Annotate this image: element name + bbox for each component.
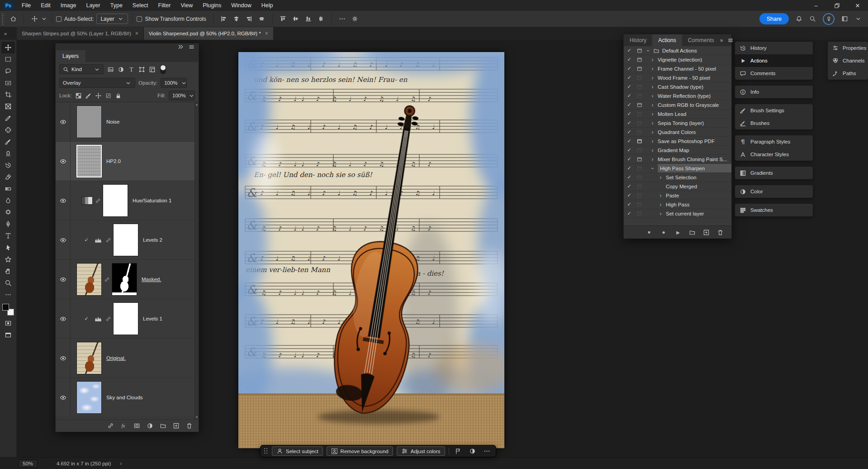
action-dialog-toggle[interactable] [635, 139, 645, 144]
layer-visibility-toggle[interactable] [56, 260, 71, 299]
new-adjustment-layer-icon[interactable] [147, 422, 153, 429]
filter-kind-dropdown[interactable]: Kind [59, 64, 104, 74]
action-label[interactable]: Sepia Toning (layer) [658, 120, 704, 126]
tab-history[interactable]: History [624, 34, 652, 46]
action-checkmark[interactable]: ✓ [624, 84, 635, 90]
action-dialog-toggle[interactable] [635, 57, 645, 62]
dock-item-channels[interactable]: Channels [828, 54, 868, 67]
action-row-12[interactable]: ✓›Mixer Brush Cloning Paint S... [624, 155, 731, 164]
new-action-set-icon[interactable] [689, 229, 696, 236]
action-dialog-toggle[interactable] [635, 84, 645, 90]
dock-item-paths[interactable]: Paths [828, 67, 868, 80]
layer-mask-thumbnail[interactable] [113, 224, 138, 256]
action-row-11[interactable]: ✓›Gradient Map [624, 146, 731, 155]
quick-mask-button[interactable] [1, 317, 15, 329]
layer-row-levels-2[interactable]: Levels 2 [56, 220, 199, 260]
layer-name[interactable]: Sky and Clouds [106, 395, 143, 400]
dock-item-properties[interactable]: Properties [828, 42, 868, 54]
action-label[interactable]: High Pass Sharpen [660, 166, 705, 171]
edit-toolbar-button[interactable] [1, 289, 15, 301]
filter-smart-objects-icon[interactable] [149, 66, 156, 73]
action-row-2[interactable]: ✓›Frame Channel - 50 pixel [624, 64, 731, 73]
layer-mask-thumbnail[interactable] [112, 263, 137, 296]
filter-type-layers-icon[interactable] [128, 66, 135, 73]
layer-style-fx-icon[interactable]: fx [120, 422, 127, 429]
action-label[interactable]: Custom RGB to Grayscale [658, 102, 719, 108]
action-checkmark[interactable]: ✓ [624, 156, 635, 162]
action-row-17[interactable]: ✓›High Pass [624, 200, 731, 209]
action-row-0[interactable]: ✓›Default Actions [624, 46, 731, 55]
layer-thumbnail[interactable] [76, 342, 102, 374]
action-checkmark[interactable]: ✓ [624, 165, 635, 171]
layer-name[interactable]: Original. [106, 355, 126, 361]
add-mask-icon[interactable] [133, 422, 140, 429]
tab-comments[interactable]: Comments [682, 34, 720, 46]
layers-scrollbar[interactable]: ▲▼ [194, 102, 199, 419]
menu-help[interactable]: Help [256, 0, 278, 11]
tool-crop[interactable] [1, 89, 15, 100]
action-checkmark[interactable]: ✓ [624, 48, 635, 53]
tool-marquee[interactable] [1, 53, 15, 65]
align-top-button[interactable] [277, 13, 289, 25]
chevron-right-icon[interactable]: › [658, 211, 663, 217]
dock-item-brush-settings[interactable]: Brush Settings [735, 104, 813, 117]
distribute-h-button[interactable] [256, 13, 268, 25]
action-dialog-toggle[interactable] [635, 148, 645, 153]
tool-hand[interactable] [1, 265, 15, 277]
search-icon[interactable] [809, 15, 816, 22]
select-subject-button[interactable]: Select subject [272, 446, 323, 456]
action-checkmark[interactable]: ✓ [624, 211, 635, 216]
menu-filter[interactable]: Filter [153, 0, 176, 11]
action-label[interactable]: Set Selection [666, 175, 697, 180]
foreground-background-colors[interactable] [2, 304, 14, 316]
action-checkmark[interactable]: ✓ [624, 57, 635, 62]
action-label[interactable]: Cast Shadow (type) [658, 84, 703, 90]
document-tab-2[interactable]: Violin Sharpened.psd @ 50% (HP2.0, RGB/8… [144, 27, 273, 40]
action-checkmark[interactable]: ✓ [624, 75, 635, 81]
restore-icon[interactable] [826, 0, 847, 11]
new-group-icon[interactable] [160, 422, 166, 429]
action-checkmark[interactable]: ✓ [624, 120, 635, 126]
menu-plugins[interactable]: Plugins [198, 0, 226, 11]
chevron-down-icon[interactable]: › [645, 48, 651, 53]
chevron-down-icon[interactable] [41, 15, 47, 22]
action-row-13[interactable]: ✓›High Pass Sharpen [624, 164, 731, 173]
chevron-right-icon[interactable]: › [658, 174, 663, 181]
taskbar-grip-handle[interactable] [264, 448, 268, 455]
panel-menu-icon[interactable] [188, 43, 195, 50]
layer-visibility-toggle[interactable] [56, 142, 71, 181]
delete-action-icon[interactable] [717, 229, 724, 236]
action-checkmark[interactable]: ✓ [624, 174, 635, 180]
filter-shape-layers-icon[interactable] [138, 66, 145, 73]
action-checkmark[interactable]: ✓ [624, 111, 635, 117]
action-dialog-toggle[interactable] [635, 93, 645, 99]
menu-view[interactable]: View [175, 0, 198, 11]
action-dialog-toggle[interactable] [635, 129, 645, 135]
action-label[interactable]: Set current layer [666, 211, 704, 216]
action-label[interactable]: Quadrant Colors [658, 129, 696, 135]
chevron-right-icon[interactable]: › [650, 75, 655, 81]
action-row-3[interactable]: ✓›Wood Frame - 50 pixel [624, 73, 731, 82]
tool-eraser[interactable] [1, 171, 15, 183]
action-row-16[interactable]: ✓›Paste [624, 191, 731, 200]
workspace-settings-button[interactable] [349, 13, 361, 25]
show-transform-checkbox[interactable] [137, 16, 142, 22]
layer-visibility-toggle[interactable] [56, 181, 71, 220]
action-dialog-toggle[interactable] [635, 157, 645, 162]
layer-row-masked-[interactable]: Masked. [56, 260, 199, 299]
layer-name[interactable]: Levels 2 [143, 237, 162, 243]
action-row-6[interactable]: ✓›Custom RGB to Grayscale [624, 100, 731, 110]
layer-visibility-toggle[interactable] [56, 102, 71, 141]
layer-row-hue-saturation-1[interactable]: Hue/Saturation 1 [56, 181, 199, 220]
action-dialog-toggle[interactable] [635, 48, 645, 53]
tool-history-brush[interactable] [1, 159, 15, 171]
action-label[interactable]: Default Actions [662, 48, 697, 53]
tab-close-icon[interactable]: × [135, 30, 138, 37]
layer-thumbnail[interactable] [76, 381, 102, 414]
chevron-right-icon[interactable]: › [658, 192, 663, 199]
new-layer-icon[interactable] [173, 422, 180, 429]
toolbar-expand-button[interactable]: » [0, 27, 17, 40]
layer-thumbnail[interactable] [76, 105, 102, 138]
lock-pixels-icon[interactable] [85, 92, 92, 99]
menu-select[interactable]: Select [128, 0, 153, 11]
